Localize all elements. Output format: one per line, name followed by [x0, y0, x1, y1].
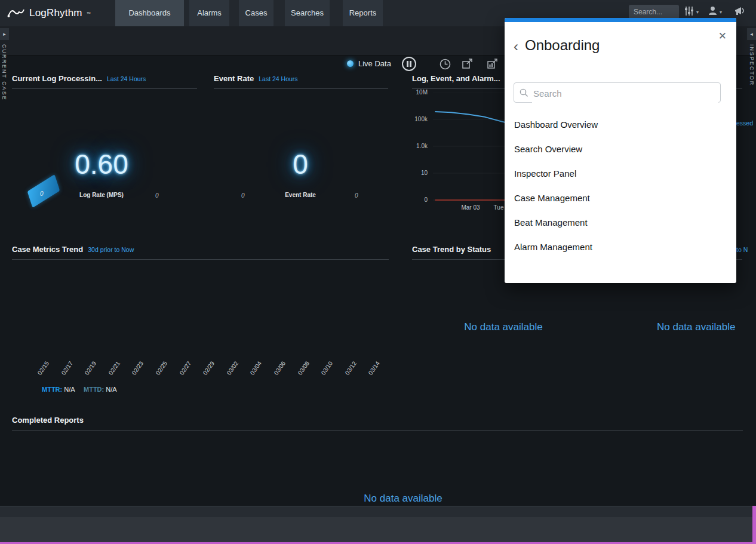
gauge-max-label: 0	[155, 192, 159, 199]
global-search-input[interactable]	[629, 5, 679, 19]
case-metrics-xtick: 03/04	[246, 360, 263, 380]
current-case-panel-tab[interactable]: CURRENT CASE	[1, 44, 7, 101]
widget-header-event-rate: Event Rate Last 24 Hours	[214, 74, 388, 89]
export-dashboard-icon[interactable]	[487, 59, 498, 69]
case-metrics-xtick: 02/15	[33, 360, 50, 380]
case-metrics-xtick: 03/08	[293, 360, 311, 380]
widget-title: Log, Event, and Alarm...	[412, 74, 500, 83]
log-chart-ytick: 100k	[410, 116, 428, 122]
new-window-icon[interactable]	[462, 59, 473, 69]
nav-tab-dashboards[interactable]: Dashboards	[115, 0, 184, 26]
inspector-expand-icon[interactable]: ◂	[747, 28, 756, 40]
onboarding-search-input[interactable]	[532, 84, 718, 103]
inspector-panel-tab[interactable]: INSPECTOR	[749, 44, 755, 86]
background-tasks-bar: You have no background tasks running. ⚙ …	[0, 517, 756, 542]
live-data-indicator-icon	[347, 60, 354, 67]
case-metrics-footer: MTTR:N/A MTTD:N/A	[42, 386, 117, 393]
case-metrics-xtick: 02/23	[128, 360, 145, 380]
event-rate-gauge-label: Event Rate	[212, 192, 389, 198]
widget-header-completed-reports: Completed Reports	[12, 416, 743, 431]
onboarding-item-inspector-panel[interactable]: Inspector Panel	[505, 161, 736, 186]
onboarding-item-dashboard-overview[interactable]: Dashboard Overview	[505, 112, 736, 137]
screen-edge-right	[752, 506, 756, 544]
gauge-min-label: 0	[40, 190, 44, 197]
case-metrics-xtick: 03/10	[317, 360, 334, 380]
current-case-expand-icon[interactable]: ▸	[0, 28, 9, 40]
widget-title: Current Log Processin...	[12, 74, 102, 83]
widget-subtitle-fragment: to N	[736, 246, 748, 253]
onboarding-item-case-management[interactable]: Case Management	[505, 186, 736, 210]
onboarding-item-alarm-management[interactable]: Alarm Management	[505, 235, 736, 259]
close-icon[interactable]: ✕	[718, 30, 727, 42]
widget-title: Event Rate	[214, 74, 254, 83]
log-rate-gauge-value: 0.60	[12, 148, 191, 180]
case-metrics-xtick: 02/17	[57, 360, 74, 380]
case-metrics-xtick: 02/27	[175, 360, 192, 380]
nav-tab-cases[interactable]: Cases	[239, 0, 273, 26]
widget-header-case-metrics: Case Metrics Trend 30d prior to Now	[12, 245, 389, 260]
onboarding-panel: ✕ ‹ Onboarding Dashboard OverviewSearch …	[505, 18, 736, 283]
no-data-label-right-widget: No data available	[657, 321, 735, 333]
nav-tab-alarms[interactable]: Alarms	[189, 0, 229, 26]
filter-caret-icon[interactable]: ▾	[696, 10, 699, 15]
back-chevron-icon[interactable]: ‹	[514, 39, 518, 54]
mttr-label: MTTR:	[42, 386, 62, 393]
onboarding-title: Onboarding	[525, 37, 600, 54]
mttr-value: N/A	[64, 386, 75, 393]
onboarding-item-search-overview[interactable]: Search Overview	[505, 137, 736, 161]
gauge-max-label: 0	[355, 192, 358, 199]
logs-drawer-bar[interactable]: LOGS ▲	[0, 506, 756, 518]
logrhythm-dashboard-screen: LogRhythm™ DashboardsAlarmsCasesSearches…	[0, 0, 756, 544]
case-metrics-xtick: 02/25	[151, 360, 168, 380]
widget-subtitle: 30d prior to Now	[88, 246, 134, 253]
onboarding-panel-accent-bar	[505, 18, 736, 22]
onboarding-search-box	[514, 82, 721, 103]
onboarding-item-beat-management[interactable]: Beat Management	[505, 210, 736, 235]
no-data-label-case-trend: No data available	[464, 321, 542, 333]
widget-title: Case Metrics Trend	[12, 245, 83, 254]
logo-wordmark: LogRhythm	[29, 7, 82, 19]
gauge-min-label: 0	[241, 192, 245, 199]
widget-subtitle: Last 24 Hours	[259, 75, 297, 82]
case-metrics-xtick: 03/06	[269, 360, 287, 380]
user-caret-icon[interactable]: ▾	[720, 10, 722, 15]
logrhythm-logo[interactable]: LogRhythm™	[7, 0, 91, 26]
logrhythm-logo-icon	[7, 7, 25, 20]
log-chart-ytick: 10	[410, 170, 428, 176]
case-metrics-xtick: 03/12	[340, 360, 358, 380]
log-chart-ytick: 1.0k	[410, 143, 428, 149]
mttd-label: MTTD:	[84, 386, 104, 393]
onboarding-topic-list: Dashboard OverviewSearch OverviewInspect…	[505, 112, 736, 259]
live-data-label: Live Data	[358, 59, 391, 68]
user-icon[interactable]	[708, 6, 717, 16]
case-metrics-xtick: 02/21	[104, 360, 121, 380]
log-chart-ytick: 0	[410, 196, 428, 203]
time-range-icon[interactable]	[440, 59, 451, 70]
widget-title: Completed Reports	[12, 416, 84, 425]
mttd-value: N/A	[106, 386, 116, 393]
event-rate-gauge-value: 0	[212, 148, 389, 180]
case-metrics-xtick: 02/29	[199, 360, 216, 380]
widget-title: Case Trend by Status	[412, 245, 491, 254]
nav-tab-reports[interactable]: Reports	[343, 0, 383, 26]
pause-live-data-button[interactable]	[402, 57, 416, 71]
nav-tab-searches[interactable]: Searches	[285, 0, 330, 26]
no-data-label-completed-reports: No data available	[364, 493, 442, 505]
log-chart-xtick: Mar 03	[453, 204, 488, 211]
widget-subtitle: Last 24 Hours	[107, 75, 146, 82]
case-metrics-xtick: 03/14	[364, 360, 382, 380]
chart-legend-fragment: essed	[736, 119, 753, 127]
announcements-icon[interactable]	[735, 7, 746, 16]
log-chart-ytick: 10M	[410, 89, 428, 96]
widget-header-log-rate: Current Log Processin... Last 24 Hours	[12, 74, 197, 89]
case-metrics-xtick: 03/02	[222, 360, 239, 380]
logo-trademark: ™	[87, 11, 91, 16]
search-icon	[520, 88, 528, 97]
filter-settings-icon[interactable]	[684, 6, 694, 16]
case-metrics-xtick: 02/19	[81, 360, 98, 380]
